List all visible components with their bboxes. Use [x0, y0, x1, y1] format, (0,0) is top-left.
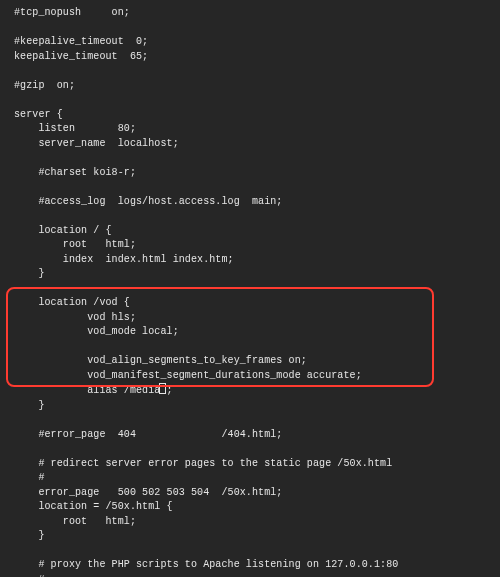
- code-line: # proxy the PHP scripts to Apache listen…: [14, 559, 398, 570]
- code-line: vod hls;: [14, 312, 136, 323]
- code-line: #: [14, 472, 45, 483]
- code-line: #error_page 404 /404.html;: [14, 429, 282, 440]
- code-line: location /vod {: [14, 297, 130, 308]
- code-line: #access_log logs/host.access.log main;: [14, 196, 282, 207]
- code-line: vod_manifest_segment_durations_mode accu…: [14, 370, 362, 381]
- code-line: #charset koi8-r;: [14, 167, 136, 178]
- nginx-config-code-block: #tcp_nopush on; #keepalive_timeout 0; ke…: [0, 0, 500, 577]
- code-line: #tcp_nopush on;: [14, 7, 130, 18]
- code-line: root html;: [14, 239, 136, 250]
- code-line: alias /media: [14, 385, 160, 396]
- code-line: root html;: [14, 516, 136, 527]
- code-line: location / {: [14, 225, 112, 236]
- code-line: error_page 500 502 503 504 /50x.html;: [14, 487, 282, 498]
- code-line: }: [14, 530, 45, 541]
- code-line: location = /50x.html {: [14, 501, 173, 512]
- code-line: }: [14, 268, 45, 279]
- code-line: #gzip on;: [14, 80, 75, 91]
- code-line-tail: ;: [166, 385, 172, 396]
- code-line: }: [14, 400, 45, 411]
- code-line: server_name localhost;: [14, 138, 179, 149]
- code-line: server {: [14, 109, 63, 120]
- code-line: #keepalive_timeout 0;: [14, 36, 148, 47]
- code-line: listen 80;: [14, 123, 136, 134]
- code-line: vod_align_segments_to_key_frames on;: [14, 355, 307, 366]
- code-line: vod_mode local;: [14, 326, 179, 337]
- code-line: # redirect server error pages to the sta…: [14, 458, 392, 469]
- code-line: #: [14, 574, 45, 578]
- code-line: keepalive_timeout 65;: [14, 51, 148, 62]
- code-line: index index.html index.htm;: [14, 254, 234, 265]
